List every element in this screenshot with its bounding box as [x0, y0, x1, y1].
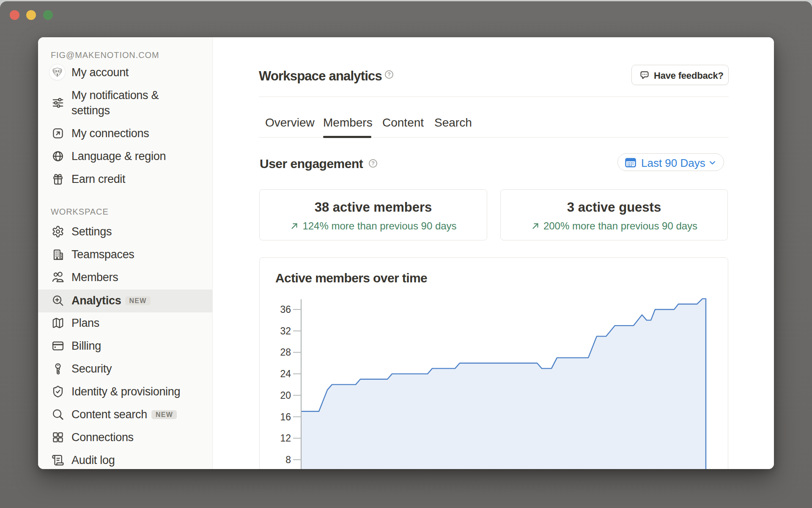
svg-text:24: 24 [280, 368, 291, 379]
svg-text:12: 12 [280, 433, 291, 444]
svg-text:20: 20 [280, 390, 291, 401]
svg-text:28: 28 [280, 347, 291, 358]
svg-text:32: 32 [280, 326, 291, 337]
svg-text:16: 16 [280, 411, 291, 422]
svg-text:36: 36 [280, 304, 291, 315]
svg-text:8: 8 [285, 454, 291, 465]
